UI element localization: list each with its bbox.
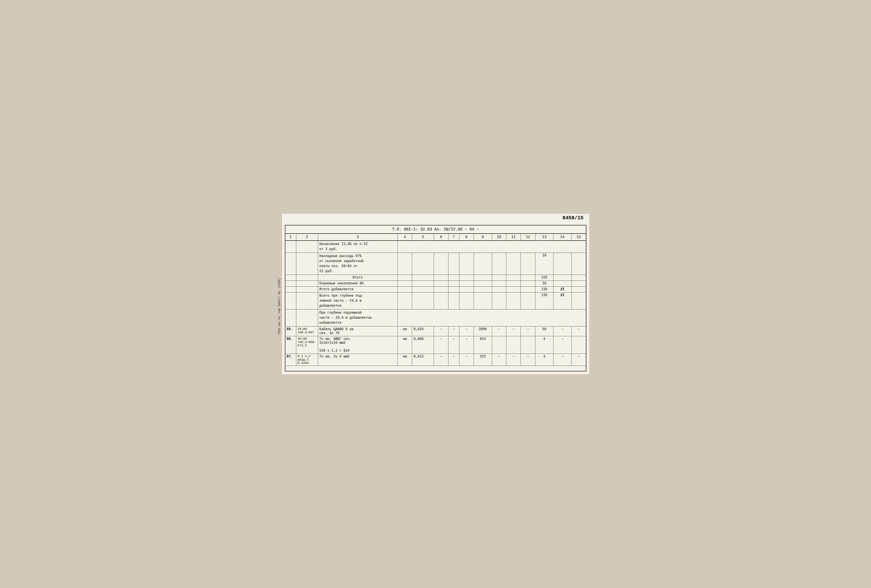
cell-empty-2 [296,240,318,253]
itogo2-c6 [434,287,448,292]
bottom-spacer-row [285,366,586,371]
row67-ref: П.I ч.Уразд.IП.I254 [296,354,318,366]
header-row: Т.П. 90I–I– 32.83 Ал. УШ/IУ.86 – 94 – [285,225,586,234]
itogo1-c14 [554,275,572,281]
plan-c15 [572,281,586,287]
row67-c14: – [554,354,572,366]
cell-empty-8 [459,252,474,275]
row65-c6: – [434,326,448,336]
itogo1-c12 [521,275,535,281]
row67-c15: – [572,354,586,366]
row65-c5: 0,024 [412,326,434,336]
pri-rest [398,309,586,326]
table-row-65: 65. I5–09таб.3–047 Кабель ЦААШ6 6 квсеч.… [285,326,586,336]
row67-unit: км [398,354,412,366]
plan-c13: IO [535,281,554,287]
table-row-67: 67. П.I ч.Уразд.IП.I254 То же, 3х 6 мм2 … [285,354,586,366]
row66-num: 66. [285,336,296,354]
itogo2-c9 [474,287,492,292]
text-block-planovye: Плановые накопления 8% IO [285,281,586,287]
plan-c6 [434,281,448,287]
vsego-c8 [459,292,474,309]
itogo1-c6 [434,275,448,281]
col-header-12: I2 [521,234,535,240]
row65-unit: км [398,326,412,336]
plan-label: Плановые накопления 8% [318,281,398,287]
itogo2-c1 [285,287,296,292]
itogo1-c10 [492,275,506,281]
plan-c11 [506,281,521,287]
col-header-3: 3 [318,234,398,240]
row65-c15: – [572,326,586,336]
bottom-spacer [285,366,586,371]
pri-c2 [296,309,318,326]
itogo2-c15 [572,287,586,292]
text-block-itogo1: Итого I25 [285,275,586,281]
cell-empty-10 [492,252,506,275]
row67-c11: – [506,354,521,366]
cell-empty-7 [448,252,459,275]
row66-c11 [506,336,521,354]
cell-empty-15 [572,252,586,275]
row67-c8: – [459,354,474,366]
cell-nakladnye-i3: I8 [535,252,554,275]
row66-c14: – [554,336,572,354]
itogo2-c2 [296,287,318,292]
row66-c6: – [434,336,448,354]
cell-empty-9 [474,252,492,275]
vsego-c14: 2I [554,292,572,309]
vsego-c11 [506,292,521,309]
cell-empty-4 [296,252,318,275]
itogo1-c11 [506,275,521,281]
vsego-c9 [474,292,492,309]
row66-desc: То же, АВБГ сеч.3хI6+IхIO мм2520 х I,2 =… [318,336,398,354]
col-header-14: I4 [554,234,572,240]
row67-c12: – [521,354,535,366]
cell-nakladnye-text: Накладные расходы 87%от основной заработ… [318,252,398,275]
plan-c2 [296,281,318,287]
page-wrapper: 785П зак.44, пар 500кгт.38. [43б0] 8459/… [282,214,589,375]
col-header-8: 8 [459,234,474,240]
row66-c15 [572,336,586,354]
cell-empty-4b [398,252,412,275]
col-header-1: I [285,234,296,240]
itogo2-c4 [398,287,412,292]
row65-c12: – [521,326,535,336]
row67-c5: 0,0I2 [412,354,434,366]
page-number: 8459/15 [563,215,584,221]
col-header-7: 7 [448,234,459,240]
itogo2-c11 [506,287,521,292]
col-header-4: 4 [398,234,412,240]
text-block-nacisleniya: Начисления I2,6% по п.52от 2 руб. [285,240,586,253]
itogo2-c14: 2I [554,287,572,292]
vsego-c7 [448,292,459,309]
cell-empty-14 [554,252,572,275]
row66-c9: 624 [474,336,492,354]
plan-c1 [285,281,296,287]
row65-c10: – [492,326,506,336]
row67-c7: – [448,354,459,366]
row66-c7: – [448,336,459,354]
itogo2-c5 [412,287,434,292]
row65-ref: I5–09таб.3–047 [296,326,318,336]
header-title: Т.П. 90I–I– 32.83 Ал. УШ/IУ.86 – 94 – [285,225,586,234]
vsego-c13: I35 [535,292,554,309]
cell-empty-rest-1 [398,240,586,253]
col-header-6: 6 [434,234,448,240]
row67-c9: 3I5 [474,354,492,366]
col-header-15: I5 [572,234,586,240]
row65-c11: – [506,326,521,336]
row66-unit: км [398,336,412,354]
plan-c10 [492,281,506,287]
text-block-pri-glubine: При глубине подземнойчасти – I9,8 м доба… [285,309,586,326]
col-header-10: IO [492,234,506,240]
itogo1-c1 [285,275,296,281]
row66-c13: 4 [535,336,554,354]
vsego-c4 [398,292,412,309]
plan-c12 [521,281,535,287]
itogo1-c7 [448,275,459,281]
row67-c6: – [434,354,448,366]
table-row-66: 66. I5–09таб.3–038К=I,2 То же, АВБГ сеч.… [285,336,586,354]
col-header-2: 2 [296,234,318,240]
row66-ref: I5–09таб.3–038К=I,2 [296,336,318,354]
